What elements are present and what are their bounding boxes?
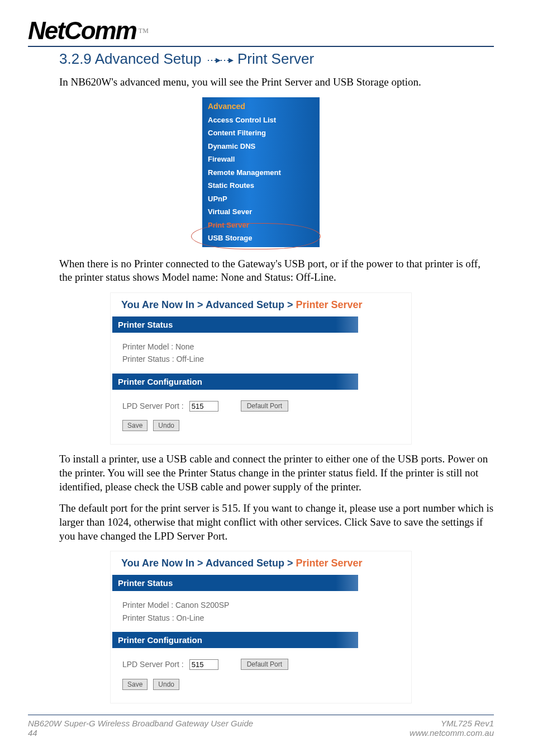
paragraph: To install a printer, use a USB cable an…: [59, 452, 494, 494]
undo-button[interactable]: Undo: [153, 420, 179, 431]
chevron-right-icon: >: [197, 299, 203, 310]
section-number: 3.2.9: [59, 50, 92, 67]
logo-block: NetComm TM: [28, 17, 494, 45]
printer-status-label: Printer Status :: [122, 355, 174, 363]
breadcrumb-part: You Are Now In: [121, 557, 194, 569]
printer-status-label: Printer Status :: [122, 613, 174, 622]
trademark-icon: TM: [139, 27, 149, 35]
menu-item: Static Routes: [202, 179, 320, 192]
menu-item: Dynamic DNS: [202, 140, 320, 153]
logo-text: NetComm: [28, 17, 136, 45]
menu-item-print-server: Print Server: [202, 219, 320, 232]
menu-item: Remote Management: [202, 166, 320, 179]
save-button[interactable]: Save: [122, 679, 147, 690]
menu-item: USB Storage: [202, 231, 320, 245]
printer-status-row: Printer Status : On-Line: [122, 612, 410, 624]
printer-model-value: None: [175, 342, 194, 351]
footer-doc-title: NB620W Super-G Wireless Broadband Gatewa…: [28, 719, 253, 728]
breadcrumb-current: Printer Server: [296, 299, 362, 310]
section-heading: 3.2.9 Advanced Setup ⋯▸⋯▸ Print Server: [59, 50, 494, 68]
chevron-right-icon: >: [197, 557, 203, 569]
section-title-a: Advanced Setup: [95, 50, 202, 67]
breadcrumb-part: You Are Now In: [121, 299, 194, 310]
top-divider: [28, 46, 494, 47]
footer-page-number: 44: [28, 728, 253, 738]
printer-panel-screenshot-1: You Are Now In > Advanced Setup > Printe…: [110, 292, 412, 445]
menu-item: Virtual Sever: [202, 205, 320, 219]
printer-model-value: Canon S200SP: [175, 601, 230, 609]
menu-header: Advanced: [202, 100, 320, 114]
footer-url: www.netcomm.com.au: [410, 728, 494, 738]
save-button[interactable]: Save: [122, 420, 147, 431]
section-bar-printer-config: Printer Configuration: [112, 632, 358, 648]
undo-button[interactable]: Undo: [153, 679, 179, 690]
menu-item: Firewall: [202, 153, 320, 166]
default-port-button[interactable]: Default Port: [241, 659, 288, 670]
breadcrumb: You Are Now In > Advanced Setup > Printe…: [112, 555, 410, 575]
dotted-arrow-icon: ⋯▸⋯▸: [206, 54, 234, 66]
footer-revision: YML725 Rev1: [410, 719, 494, 728]
section-title-b: Print Server: [237, 50, 314, 67]
printer-status-value: Off-Line: [176, 355, 204, 363]
lpd-port-label: LPD Server Port :: [122, 658, 184, 670]
menu-item: Content Filtering: [202, 126, 320, 140]
menu-item: UPnP: [202, 192, 320, 206]
default-port-button[interactable]: Default Port: [241, 400, 288, 412]
section-bar-printer-status: Printer Status: [112, 575, 358, 591]
bottom-divider: [28, 715, 494, 715]
chevron-right-icon: >: [287, 299, 293, 310]
advanced-menu-screenshot: Advanced Access Control List Content Fil…: [202, 97, 320, 247]
section-bar-printer-config: Printer Configuration: [112, 374, 358, 390]
printer-status-row: Printer Status : Off-Line: [122, 353, 410, 365]
printer-panel-screenshot-2: You Are Now In > Advanced Setup > Printe…: [110, 551, 412, 703]
printer-status-value: On-Line: [176, 613, 204, 622]
printer-model-label: Printer Model :: [122, 601, 173, 609]
paragraph: In NB620W's advanced menu, you will see …: [59, 75, 494, 89]
footer: NB620W Super-G Wireless Broadband Gatewa…: [28, 719, 494, 742]
paragraph: When there is no Printer connected to th…: [59, 257, 494, 285]
printer-model-row: Printer Model : None: [122, 341, 410, 353]
breadcrumb: You Are Now In > Advanced Setup > Printe…: [112, 297, 410, 316]
breadcrumb-current: Printer Server: [296, 557, 362, 569]
breadcrumb-part: Advanced Setup: [206, 299, 284, 310]
chevron-right-icon: >: [287, 557, 293, 569]
lpd-port-input[interactable]: [189, 659, 218, 670]
printer-model-label: Printer Model :: [122, 342, 173, 351]
menu-item: Access Control List: [202, 114, 320, 127]
breadcrumb-part: Advanced Setup: [206, 557, 284, 569]
lpd-port-input[interactable]: [189, 401, 218, 412]
section-bar-printer-status: Printer Status: [112, 316, 358, 333]
printer-model-row: Printer Model : Canon S200SP: [122, 599, 410, 611]
lpd-port-label: LPD Server Port :: [122, 400, 184, 412]
paragraph: The default port for the print server is…: [59, 502, 494, 543]
